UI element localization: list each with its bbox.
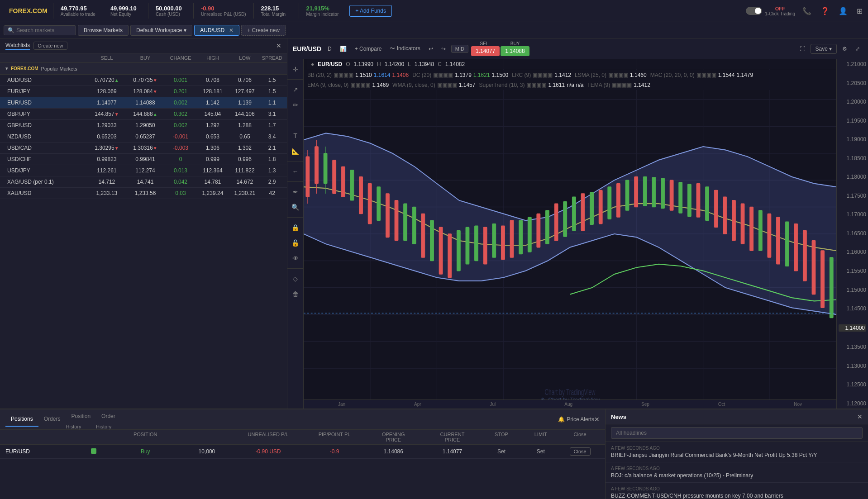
default-workspace-button[interactable]: Default Workspace ▾ bbox=[130, 25, 192, 36]
news-close-button[interactable]: ✕ bbox=[857, 413, 863, 420]
row-name: USD/CHF bbox=[4, 156, 87, 162]
market-row-usdjpy[interactable]: USD/JPY 112.261 112.274 0.013 112.364 11… bbox=[0, 165, 287, 176]
watchlist-close-icon[interactable]: ✕ bbox=[276, 42, 281, 49]
horizontal-line-tool[interactable]: — bbox=[289, 114, 302, 127]
pos-limit[interactable]: Set bbox=[521, 448, 560, 455]
toggle-switch[interactable] bbox=[746, 7, 762, 15]
chart-expand-button[interactable]: ⤢ bbox=[853, 44, 863, 53]
price-alerts-button[interactable]: 🔔 Price Alerts bbox=[558, 416, 594, 423]
save-button[interactable]: Save ▾ bbox=[811, 44, 837, 54]
svg-rect-73 bbox=[625, 180, 629, 210]
row-name: EUR/JPY bbox=[4, 88, 87, 95]
mid-button[interactable]: MID bbox=[451, 45, 468, 53]
create-watchlist-button[interactable]: Create new bbox=[33, 42, 67, 50]
pencil-tool[interactable]: ✒ bbox=[289, 185, 302, 198]
news-title: News bbox=[611, 413, 626, 420]
chart-canvas[interactable]: ● EUR/USD O 1.13990 H 1.14200 L 1.13948 … bbox=[304, 59, 836, 409]
undo-button[interactable]: ↩ bbox=[426, 44, 436, 53]
market-row-xauusd[interactable]: XAU/USD 1,233.13 1,233.56 0.03 1,239.24 … bbox=[0, 188, 287, 199]
row-high: 1,239.24 bbox=[196, 190, 229, 196]
one-click-toggle[interactable]: OFF 1-Click Trading bbox=[746, 6, 795, 16]
pos-stop[interactable]: Set bbox=[482, 448, 521, 455]
help-icon[interactable]: ❓ bbox=[819, 5, 831, 17]
search-input[interactable] bbox=[16, 27, 75, 33]
zoom-tool[interactable]: 🔍 bbox=[289, 201, 302, 214]
user-icon[interactable]: 👤 bbox=[837, 5, 849, 17]
tab-positions[interactable]: Positions bbox=[5, 412, 38, 427]
watchlists-tab[interactable]: Watchlists bbox=[5, 41, 30, 50]
chart-type-button[interactable]: 📊 bbox=[337, 44, 349, 53]
market-row-usdchf[interactable]: USD/CHF 0.99823 0.99841 0 0.999 0.996 1.… bbox=[0, 154, 287, 165]
text-tool[interactable]: T bbox=[289, 129, 302, 142]
add-funds-button[interactable]: + Add Funds bbox=[349, 5, 392, 17]
tab-order-history[interactable]: Order bbox=[96, 409, 121, 424]
ph-opening-price: OPENINGPRICE bbox=[364, 432, 423, 442]
row-name: GBP/JPY bbox=[4, 111, 87, 117]
chart-settings-button[interactable]: ⚙ bbox=[839, 44, 850, 53]
compare-button[interactable]: + Compare bbox=[352, 44, 385, 53]
audusd-tab[interactable]: AUD/USD ✕ bbox=[194, 25, 239, 36]
positions-close-button[interactable]: ✕ bbox=[594, 416, 600, 423]
row-low: 1,230.21 bbox=[229, 190, 261, 196]
ph-position: POSITION bbox=[109, 432, 182, 442]
svg-rect-41 bbox=[634, 177, 638, 207]
nav-bar: 🔍 Browse Markets Default Workspace ▾ AUD… bbox=[0, 22, 868, 38]
buy-price-button[interactable]: 1.14088 bbox=[501, 46, 529, 56]
eye-tool[interactable]: 👁 bbox=[289, 252, 302, 265]
market-row-audusd[interactable]: AUD/USD 0.70720▲ 0.70735▼ 0.001 0.708 0.… bbox=[0, 75, 287, 86]
lock2-tool[interactable]: 🔓 bbox=[289, 237, 302, 249]
row-high: 1.142 bbox=[196, 100, 229, 106]
svg-rect-75 bbox=[652, 177, 656, 207]
news-item-1[interactable]: A FEW SECONDS AGO BOJ: c/a balance & mar… bbox=[606, 462, 868, 483]
sell-price-button[interactable]: 1.14077 bbox=[471, 46, 500, 56]
trash-tool[interactable]: 🗑 bbox=[289, 288, 302, 300]
row-high: 112.364 bbox=[196, 167, 229, 174]
tab-position-history[interactable]: Position bbox=[66, 409, 96, 424]
grid-icon[interactable]: ⊞ bbox=[855, 5, 864, 17]
draw-tool[interactable]: ✏ bbox=[289, 99, 302, 111]
row-change: 0.03 bbox=[165, 190, 197, 196]
market-row-eurusd[interactable]: EUR/USD 1.14077 1.14088 0.002 1.142 1.13… bbox=[0, 97, 287, 109]
one-click-status: OFF bbox=[775, 6, 785, 11]
ind-ema: EMA (9, close, 0) ▣▣▣▣ 1.1469 bbox=[307, 82, 389, 88]
market-row-eurjpy[interactable]: EUR/JPY 128.069 128.084▼ 0.201 128.181 1… bbox=[0, 86, 287, 97]
svg-rect-66 bbox=[519, 220, 523, 254]
audusd-tab-close-icon[interactable]: ✕ bbox=[229, 27, 234, 33]
back-arrow-tool[interactable]: ← bbox=[289, 165, 302, 178]
time-label-2: Apr bbox=[414, 402, 421, 407]
trend-line-tool[interactable]: ↗ bbox=[289, 83, 302, 96]
news-item-2[interactable]: A FEW SECONDS AGO BUZZ-COMMENT-USD/CNH p… bbox=[606, 483, 868, 499]
row-spread: 1.5 bbox=[261, 77, 283, 83]
news-item-0[interactable]: A FEW SECONDS AGO BRIEF-Jiangsu Jiangyin… bbox=[606, 442, 868, 462]
close-trade-button[interactable]: Close bbox=[570, 447, 591, 456]
positions-table: POSITION UNREALISED P/L PIP/POINT PL OPE… bbox=[0, 430, 605, 499]
pos-close: Close bbox=[560, 447, 600, 456]
market-row-nzdusd[interactable]: NZD/USD 0.65203 0.65237 -0.001 0.653 0.6… bbox=[0, 131, 287, 143]
redo-button[interactable]: ↪ bbox=[439, 44, 448, 53]
row-high: 0.653 bbox=[196, 133, 229, 140]
browse-markets-button[interactable]: Browse Markets bbox=[78, 25, 129, 36]
svg-rect-52 bbox=[803, 231, 806, 281]
market-row-xagusd (per 0.1)[interactable]: XAG/USD (per 0.1) 14.712 14.741 0.042 14… bbox=[0, 176, 287, 188]
crosshair-tool[interactable]: ✛ bbox=[289, 63, 302, 76]
market-row-usdcad[interactable]: USD/CAD 1.30295▼ 1.30316▼ -0.003 1.306 1… bbox=[0, 143, 287, 154]
tab-position-history-sub: History bbox=[66, 424, 96, 429]
tab-orders[interactable]: Orders bbox=[38, 412, 66, 427]
market-row-gbpjpy[interactable]: GBP/JPY 144.857▼ 144.888▲ 0.302 145.04 1… bbox=[0, 109, 287, 120]
news-search-input[interactable] bbox=[611, 427, 863, 439]
row-change: 0.002 bbox=[165, 122, 197, 128]
market-row-gbpusd[interactable]: GBP/USD 1.29033 1.29050 0.002 1.292 1.28… bbox=[0, 120, 287, 131]
row-sell: 1,233.13 bbox=[87, 190, 126, 196]
phone-icon[interactable]: 📞 bbox=[801, 5, 813, 17]
timeframe-D-button[interactable]: D bbox=[325, 44, 334, 53]
fullscreen-button[interactable]: ⛶ bbox=[797, 44, 808, 53]
measure-tool[interactable]: 📐 bbox=[289, 145, 302, 157]
ohlc-c-label: C bbox=[438, 61, 442, 67]
lock-tool[interactable]: 🔒 bbox=[289, 221, 302, 234]
indicators-button[interactable]: 〜 Indicators bbox=[387, 43, 423, 54]
create-new-tab-button[interactable]: + Create new bbox=[241, 25, 286, 36]
row-name: GBP/USD bbox=[4, 122, 87, 128]
row-buy: 1,233.56 bbox=[126, 190, 164, 196]
news-time: A FEW SECONDS AGO bbox=[611, 486, 863, 491]
shape-tool[interactable]: ◇ bbox=[289, 272, 302, 285]
